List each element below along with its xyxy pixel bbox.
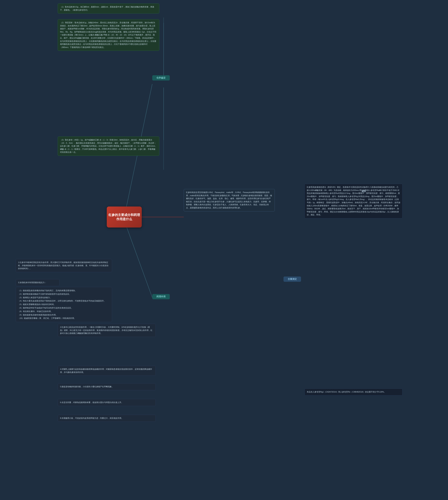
pharm-item-9: （10）能减弱某些毒物（苯、四乙铅、三甲胺磷等）对机体的作用。 — [18, 317, 110, 320]
pharmacology-text-2: 2.红参对心脏及血管有直接作用，一般在小剂量时兴奋，大剂量时抑制。10%红参液液… — [58, 324, 156, 337]
pharmacology-label: 药理作用 — [152, 294, 170, 299]
pharmacology-text-4: 4.对哺乳上腺素引起的高血糖动物有降低血糖的作用；对糖尿病患者能自觉改善症状外，… — [58, 366, 156, 376]
final-note: 本品含人参皂苷Rg1（C42H72O14）和人参皂苷Re（C48H82O18）的… — [304, 388, 402, 396]
connector-lines — [0, 0, 448, 500]
pharmacology-text-3: 3.加强机体对有害因素的抵抗力： — [16, 279, 60, 286]
pharmacology-text-8: 8.长期服用小鼠，可使皮状内皮系统即能亢进；剂量过大，则呈相反作用。 — [58, 415, 156, 422]
chemistry-box-1: （1）取本品粉末0.5g，加乙醇5ml，振摇5min，滤液1ml，置蒸发皿中蒸干… — [58, 3, 159, 14]
chemistry-box-2: （2）薄层层析：取本品粉末1g，加氯仿40ml，置水浴上加热回流1h，弃去氯仿液… — [58, 19, 159, 51]
chemistry-label: 化学鉴定 — [152, 75, 170, 81]
ies-label: IES _ — [362, 190, 368, 193]
pharm-item-3: （3）能增强人体适应气温变化的能力。 — [18, 296, 110, 299]
pharmacology-text-5: 5.能促进动物的性腺功能，小白鼠吃小量红参能产生早阉现象。 — [58, 383, 156, 390]
pharm-item-6: （6）能抑制定时松节油或由于兔耳冻伤所引起的全身炎症反应。 — [18, 306, 110, 310]
svg-line-1 — [124, 221, 152, 298]
chemistry-box-3: （3）取红参末（40目）1g，加7%硫酸的乙醇-水（1：3）溶液10ml，加热回… — [58, 136, 159, 156]
pharm-item-4: （4）狗在大量失血或窒息而处于垂危状态时，立即注射红参制剂，可使降至很低水平的血… — [18, 299, 110, 303]
pharm-item-1: （1）能使感染炭疽病毒的鸡兔于急性死亡，且鸡的体重还逐渐增加。 — [18, 289, 110, 292]
pharmacology-text-1: 1.红参对中枢神经系统具有兴奋作用，而大量时又可有抑制作用，能加强应激高级神经活… — [16, 259, 112, 272]
content-label: 含量测定 — [284, 276, 301, 282]
pharmacology-items-list: （1）能使感染炭疽病毒的鸡兔于急性死亡，且鸡的体重还逐渐增加。 （2）能抑制实验… — [16, 287, 112, 322]
pharm-item-8: （9）能加速家兔实验性角膜溃疡的愈合作用。 — [18, 313, 110, 317]
center-node: 红参的主要成分和药理作用是什么 — [107, 207, 142, 227]
pharmacology-text-6: 6.在适当剂量，对家兔也能增加体重，使血浆白蛋白与球蛋白的比值上升。 — [58, 399, 156, 406]
content-measurement-text: 红参照高效液相色谱法（附录VID）测定。色谱条件与系统适应性试验用十八烷基硅烷键… — [304, 184, 402, 218]
properties-text: 红参特有的生理活性物质G-Rh2、Panaxytriol、maltol等，G-R… — [184, 189, 275, 211]
center-title: 红参的主要成分和药理作用是什么 — [109, 213, 140, 221]
pharm-item-7: （8）有抗维生素B1、B2缺乏症的作用。 — [18, 310, 110, 313]
pharm-item-5: （5）能延长受蟛蜞感染的小鼠的存活时间。 — [18, 303, 110, 306]
mind-map-container: 红参的主要成分和药理作用是什么 化学鉴定 药理作用 （1）取本品粉末0.5g，加… — [0, 0, 448, 500]
pharm-item-2: （2）能抑制实验动物由于注射牛奶或疫苗所引起的发热反应。 — [18, 292, 110, 296]
